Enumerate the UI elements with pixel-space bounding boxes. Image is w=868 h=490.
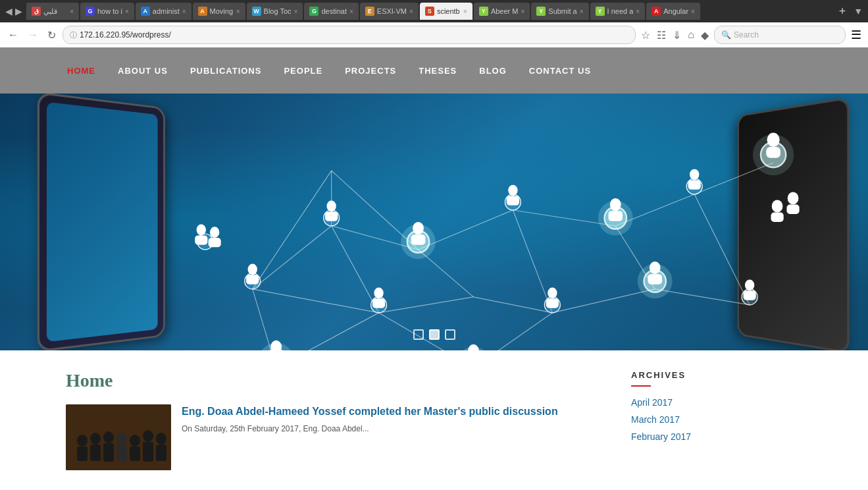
shield-icon[interactable]: ◆ bbox=[700, 28, 710, 43]
site-navigation: HOMEABOUT USPUBLICATIONSPEOPLEPROJECTSTH… bbox=[0, 47, 868, 94]
main-content: Home bbox=[0, 350, 868, 490]
svg-rect-49 bbox=[372, 298, 385, 308]
browser-tab-tab9[interactable]: Y Abeer M × bbox=[474, 3, 530, 20]
tab-close[interactable]: × bbox=[691, 8, 695, 15]
download-icon[interactable]: ⇓ bbox=[671, 28, 682, 43]
svg-point-83 bbox=[103, 431, 114, 443]
tab-label: قلبي bbox=[43, 7, 57, 16]
tab-favicon: Y bbox=[536, 7, 546, 16]
svg-rect-60 bbox=[648, 274, 662, 285]
svg-rect-92 bbox=[156, 445, 166, 461]
nav-item-contact[interactable]: CONTACT US bbox=[528, 61, 592, 81]
article-card: Eng. Doaa Abdel-Hameed Yossef completed … bbox=[66, 404, 605, 470]
search-icon: 🔍 bbox=[721, 30, 731, 40]
svg-point-24 bbox=[248, 264, 257, 275]
tab-close[interactable]: × bbox=[349, 8, 353, 15]
nav-item-about[interactable]: ABOUT US bbox=[116, 61, 169, 81]
tab-close[interactable]: × bbox=[294, 8, 298, 15]
browser-tab-tab8[interactable]: S scientb × bbox=[420, 3, 472, 20]
svg-rect-46 bbox=[766, 147, 780, 158]
sidebar-archive-link[interactable]: March 2017 bbox=[631, 414, 802, 425]
back-button[interactable]: ← bbox=[5, 26, 21, 43]
forward-icon[interactable]: ▶ bbox=[15, 6, 22, 16]
reading-mode-icon[interactable]: ☷ bbox=[655, 28, 667, 43]
browser-tab-tab4[interactable]: A Moving × bbox=[193, 3, 245, 20]
svg-line-11 bbox=[332, 226, 379, 313]
article-title[interactable]: Eng. Doaa Abdel-Hameed Yossef completed … bbox=[182, 404, 558, 419]
article-info: Eng. Doaa Abdel-Hameed Yossef completed … bbox=[182, 404, 558, 470]
tab-label: Angular bbox=[663, 7, 688, 15]
tab-close[interactable]: × bbox=[580, 8, 584, 15]
sidebar-divider bbox=[631, 385, 651, 387]
svg-rect-82 bbox=[90, 445, 101, 461]
svg-point-52 bbox=[468, 344, 479, 350]
svg-line-10 bbox=[655, 289, 750, 305]
tab-list-button[interactable]: ▼ bbox=[851, 6, 865, 16]
forward-button[interactable]: → bbox=[25, 26, 41, 43]
svg-rect-76 bbox=[786, 205, 799, 214]
slide-dot-3[interactable] bbox=[445, 329, 455, 340]
browser-tab-tab5[interactable]: W Blog Toc × bbox=[247, 3, 303, 20]
nav-item-home[interactable]: HOME bbox=[66, 61, 97, 81]
browser-tab-tab11[interactable]: Y I need a × bbox=[590, 3, 646, 20]
slide-dot-1[interactable] bbox=[413, 329, 424, 340]
search-bar[interactable]: 🔍 Search bbox=[714, 26, 846, 44]
new-tab-button[interactable]: + bbox=[835, 5, 850, 18]
browser-tab-tab2[interactable]: G how to i × bbox=[80, 3, 134, 20]
back-icon[interactable]: ◀ bbox=[5, 6, 13, 16]
nav-item-publications[interactable]: PUBLICATIONS bbox=[189, 61, 263, 81]
nav-item-blog[interactable]: BLOG bbox=[478, 61, 508, 81]
nav-item-projects[interactable]: PROJECTS bbox=[344, 61, 397, 81]
tab-label: Blog Toc bbox=[264, 7, 292, 15]
content-left: Home bbox=[66, 370, 631, 470]
article-image-svg bbox=[66, 404, 171, 470]
secure-icon: ⓘ bbox=[70, 30, 77, 40]
svg-point-85 bbox=[116, 433, 127, 445]
tab-favicon: A bbox=[141, 7, 150, 16]
tab-close[interactable]: × bbox=[125, 8, 129, 15]
browser-tab-tab6[interactable]: G destinat × bbox=[304, 3, 358, 20]
sidebar-archive-link[interactable]: April 2017 bbox=[631, 397, 802, 408]
star-icon[interactable]: ☆ bbox=[640, 28, 651, 43]
svg-rect-56 bbox=[546, 298, 559, 308]
refresh-button[interactable]: ↻ bbox=[45, 26, 59, 44]
tab-favicon: E bbox=[365, 7, 374, 16]
tab-favicon: W bbox=[252, 7, 261, 16]
svg-point-38 bbox=[610, 198, 621, 211]
svg-rect-39 bbox=[608, 211, 623, 221]
page-title: Home bbox=[66, 370, 605, 391]
svg-line-7 bbox=[379, 297, 474, 313]
tab-close[interactable]: × bbox=[182, 8, 186, 15]
menu-icon[interactable]: ☰ bbox=[850, 26, 863, 43]
browser-chrome: ◀ ▶ ق قلبي × G how to i × A administ × A… bbox=[0, 0, 868, 47]
browser-tab-tab7[interactable]: E ESXI-VM × bbox=[360, 3, 419, 20]
tab-close[interactable]: × bbox=[636, 8, 640, 15]
sidebar-archive-link[interactable]: February 2017 bbox=[631, 431, 802, 442]
tab-close[interactable]: × bbox=[409, 8, 413, 15]
svg-point-48 bbox=[374, 288, 383, 299]
browser-tab-tab1[interactable]: ق قلبي × bbox=[26, 3, 79, 20]
tab-close[interactable]: × bbox=[236, 8, 240, 15]
svg-point-62 bbox=[745, 280, 754, 291]
svg-point-59 bbox=[650, 261, 661, 274]
svg-point-27 bbox=[326, 201, 336, 212]
svg-line-15 bbox=[694, 194, 750, 305]
tab-label: Moving bbox=[210, 7, 233, 15]
browser-tab-tab10[interactable]: Y Submit a × bbox=[531, 3, 588, 20]
slide-dot-2[interactable] bbox=[429, 329, 440, 340]
url-bar[interactable]: ⓘ 172.16.220.95/wordpress/ bbox=[63, 26, 636, 44]
tab-label: scientb bbox=[437, 7, 460, 15]
tab-label: administ bbox=[153, 7, 180, 15]
nav-item-theses[interactable]: THESES bbox=[417, 61, 458, 81]
tab-label: Abeer M bbox=[491, 7, 519, 15]
sidebar-links: April 2017March 2017February 2017 bbox=[631, 397, 802, 442]
browser-tab-tab3[interactable]: A administ × bbox=[136, 3, 191, 20]
tab-close[interactable]: × bbox=[70, 8, 74, 15]
nav-item-people[interactable]: PEOPLE bbox=[282, 61, 324, 81]
home-icon[interactable]: ⌂ bbox=[686, 28, 696, 42]
tab-close[interactable]: × bbox=[463, 8, 467, 15]
svg-rect-80 bbox=[77, 447, 88, 461]
tab-close[interactable]: × bbox=[521, 8, 524, 15]
tab-favicon: Y bbox=[596, 7, 605, 16]
browser-tab-tab12[interactable]: A Angular × bbox=[646, 3, 700, 20]
